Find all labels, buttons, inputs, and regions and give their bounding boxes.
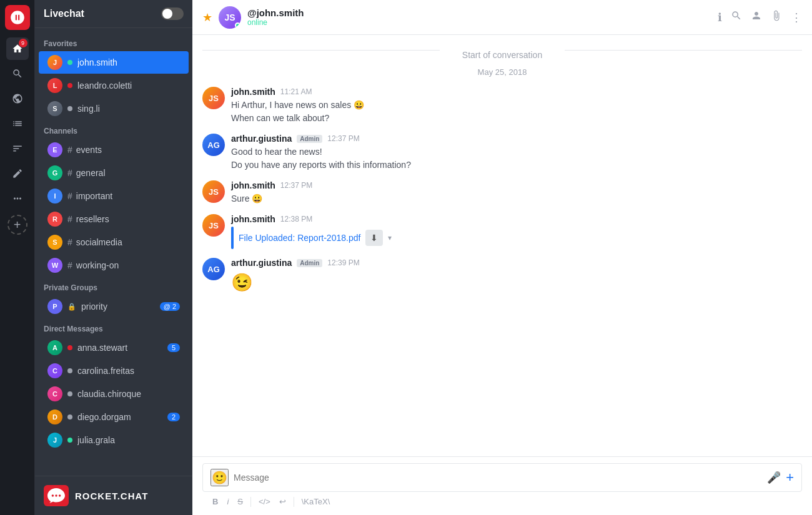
message-text: When can we talk about? [231, 112, 802, 125]
sidebar-item-label: important [76, 191, 180, 201]
sidebar-item-label: diego.dorgam [77, 412, 162, 422]
rail-edit-icon[interactable] [6, 162, 29, 185]
message-group: JS john.smith 12:37 PM Sure 😀 [202, 180, 802, 205]
sidebar-item-diego[interactable]: D diego.dorgam 2 [39, 406, 189, 428]
file-name[interactable]: File Uploaded: Report-2018.pdf [239, 233, 360, 243]
sidebar-item-label: julia.grala [77, 435, 180, 445]
message-group: AG arthur.giustina Admin 12:39 PM 😉 [202, 258, 802, 296]
sidebar-item-label: john.smith [77, 57, 180, 67]
attachment-icon[interactable] [771, 10, 782, 24]
message-avatar: AG [202, 134, 225, 156]
message-username: john.smith [231, 180, 275, 190]
add-attachment-button[interactable]: + [786, 469, 794, 486]
status-dot [67, 391, 72, 396]
svg-point-1 [55, 494, 57, 497]
bold-button[interactable]: B [210, 496, 220, 508]
katex-button[interactable]: \KaTeX\ [299, 496, 333, 508]
status-dot [67, 438, 72, 443]
format-divider [294, 497, 294, 507]
chat-header: ★ JS @john.smith online ℹ [192, 0, 812, 35]
svg-point-2 [59, 494, 61, 497]
rail-sort-icon[interactable] [6, 137, 29, 160]
emoji-button[interactable]: 🙂 [210, 469, 229, 486]
italic-button[interactable]: i [224, 496, 231, 508]
sidebar-item-label: events [76, 145, 180, 155]
sidebar-item-priority[interactable]: P 🔒 priority @ 2 [39, 295, 189, 318]
sidebar-content: Favorites J john.smith L leandro.coletti… [35, 28, 192, 476]
sidebar-item-working-on[interactable]: W # working-on [39, 254, 189, 277]
avatar: D [47, 410, 62, 424]
info-icon[interactable]: ℹ [718, 11, 722, 24]
channel-avatar: R [47, 212, 62, 227]
avatar: J [47, 433, 62, 448]
header-info: @john.smith online [247, 7, 711, 27]
chat-messages: Start of conversation May 25, 2018 JS jo… [192, 35, 812, 456]
members-icon[interactable] [751, 10, 762, 24]
app-logo[interactable] [5, 5, 30, 30]
message-time: 12:37 PM [327, 134, 359, 143]
avatar: L [47, 78, 62, 93]
unread-badge: 5 [167, 343, 180, 352]
message-avatar: JS [202, 87, 225, 109]
status-dot [67, 60, 72, 65]
file-bar [231, 227, 234, 249]
rail-globe-icon[interactable] [6, 87, 29, 110]
status-dot [67, 106, 72, 111]
header-status: online [247, 18, 711, 27]
code-button[interactable]: </> [256, 496, 273, 508]
sidebar-item-resellers[interactable]: R # resellers [39, 208, 189, 230]
avatar: C [47, 386, 62, 401]
hash-icon: # [67, 260, 72, 270]
message-meta: arthur.giustina Admin 12:37 PM [231, 134, 802, 144]
sidebar-item-label: working-on [76, 260, 180, 270]
message-group: AG arthur.giustina Admin 12:37 PM Good t… [202, 134, 802, 172]
format-divider [250, 497, 251, 507]
sidebar-item-general[interactable]: G # general [39, 162, 189, 184]
message-text: Sure 😀 [231, 192, 802, 205]
sidebar-item-carolina[interactable]: C carolina.freitas [39, 360, 189, 382]
message-username: john.smith [231, 214, 275, 224]
file-download-button[interactable]: ⬇ [365, 230, 383, 246]
sidebar-item-socialmedia[interactable]: S # socialmedia [39, 231, 189, 253]
sidebar-item-label: carolina.freitas [77, 366, 180, 376]
sidebar-item-sing[interactable]: S sing.li [39, 97, 189, 120]
sidebar-item-label: priority [81, 302, 155, 311]
sidebar-item-events[interactable]: E # events [39, 139, 189, 161]
livechat-toggle[interactable] [161, 7, 184, 20]
add-workspace-button[interactable]: + [7, 215, 27, 235]
sidebar-item-important[interactable]: I # important [39, 185, 189, 207]
sidebar-item-claudia[interactable]: C claudia.chiroque [39, 383, 189, 405]
admin-badge: Admin [297, 135, 322, 143]
sidebar-item-julia[interactable]: J julia.grala [39, 429, 189, 451]
hash-icon: # [67, 145, 72, 155]
rail-more-icon[interactable] [6, 187, 29, 210]
message-group: JS john.smith 12:38 PM File Uploaded: Re… [202, 214, 802, 249]
online-indicator [235, 22, 240, 28]
search-messages-icon[interactable] [731, 10, 742, 24]
quote-button[interactable]: ↩ [277, 496, 289, 508]
rail-home-icon[interactable]: 9 [6, 37, 29, 60]
favorite-star-icon[interactable]: ★ [202, 11, 212, 24]
file-dropdown-button[interactable]: ▾ [388, 233, 392, 242]
notification-badge: 9 [19, 39, 27, 47]
sidebar-item-leandro[interactable]: L leandro.coletti [39, 74, 189, 97]
strikethrough-button[interactable]: S [235, 496, 245, 508]
avatar: C [47, 363, 62, 378]
sidebar-item-john-smith[interactable]: J john.smith [39, 51, 189, 74]
channel-avatar: P [47, 299, 62, 314]
message-time: 12:38 PM [280, 215, 312, 223]
message-input[interactable] [234, 473, 762, 483]
channel-avatar: E [47, 142, 62, 157]
rail-search-icon[interactable] [6, 62, 29, 85]
message-content: arthur.giustina Admin 12:37 PM Good to h… [231, 134, 802, 172]
chat-input-area: 🙂 🎤 + B i S </> ↩ \KaTeX\ [192, 456, 812, 515]
kebab-menu-icon[interactable]: ⋮ [791, 11, 802, 24]
lock-icon: 🔒 [67, 303, 76, 311]
sidebar-item-label: sing.li [77, 104, 180, 114]
sidebar-item-anna-stewart[interactable]: A anna.stewart 5 [39, 336, 189, 359]
microphone-button[interactable]: 🎤 [767, 471, 781, 484]
header-actions: ℹ ⋮ [718, 10, 802, 24]
avatar: J [47, 55, 62, 70]
rail-list-icon[interactable] [6, 112, 29, 135]
private-groups-label: Private Groups [35, 277, 192, 295]
